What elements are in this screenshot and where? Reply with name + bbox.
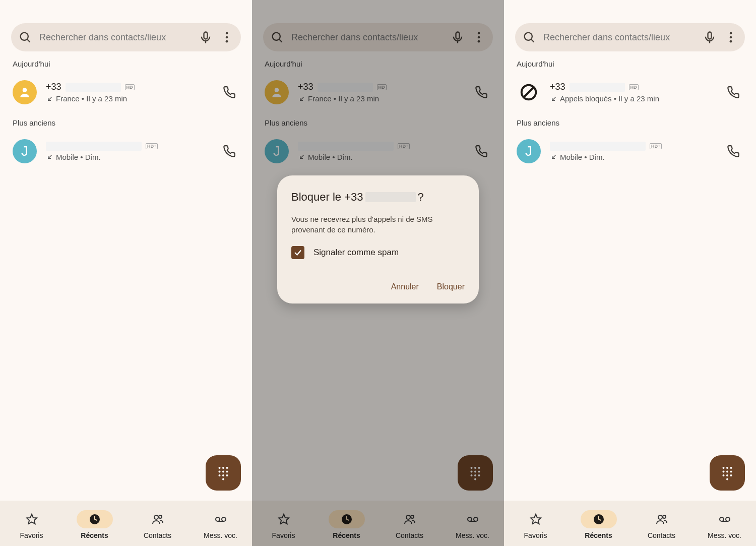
nav-recents[interactable]: Récents: [571, 510, 626, 539]
dialpad-fab[interactable]: [206, 455, 241, 491]
call-subtitle: Mobile • Dim.: [560, 153, 605, 161]
svg-point-40: [471, 471, 473, 473]
mic-icon[interactable]: [703, 30, 717, 44]
call-button[interactable]: [471, 82, 491, 102]
mic-icon[interactable]: [451, 30, 465, 44]
svg-point-66: [726, 467, 728, 469]
svg-point-11: [222, 467, 224, 469]
svg-point-27: [273, 33, 280, 40]
svg-rect-29: [456, 32, 460, 39]
dialog-body: Vous ne recevrez plus d'appels ni de SMS…: [291, 214, 465, 235]
blocked-icon[interactable]: [517, 80, 541, 104]
svg-point-25: [222, 517, 226, 521]
star-icon: [530, 513, 542, 525]
svg-point-71: [723, 474, 725, 476]
svg-point-74: [726, 478, 728, 480]
avatar-unknown[interactable]: [13, 80, 37, 104]
search-input[interactable]: [291, 32, 444, 43]
call-button[interactable]: [723, 141, 743, 161]
search-input[interactable]: [543, 32, 696, 43]
nav-contacts[interactable]: Contacts: [382, 510, 437, 539]
call-row[interactable]: +33 HD France • Il y a 23 min: [0, 75, 252, 109]
nav-label: Mess. voc.: [456, 531, 489, 539]
search-icon: [270, 30, 284, 44]
nav-label: Récents: [333, 531, 360, 539]
svg-line-8: [48, 97, 52, 100]
hd-badge: HD+: [650, 143, 662, 149]
call-button[interactable]: [471, 141, 491, 161]
clock-icon: [89, 513, 101, 525]
svg-point-0: [21, 33, 28, 40]
call-button[interactable]: [723, 82, 743, 102]
svg-marker-75: [531, 514, 541, 524]
call-row[interactable]: +33 HD Appels bloqués • Il y a 23 min: [504, 75, 756, 109]
svg-line-63: [552, 97, 556, 100]
call-number-prefix: +33: [550, 82, 565, 92]
call-info: HD+ Mobile • Dim.: [550, 142, 714, 161]
nav-recents[interactable]: Récents: [67, 510, 122, 539]
call-info: +33 HD Appels bloqués • Il y a 23 min: [550, 82, 714, 103]
incoming-icon: [298, 153, 306, 161]
nav-favorites[interactable]: Favoris: [4, 510, 59, 539]
redacted-number: [570, 83, 625, 92]
nav-contacts[interactable]: Contacts: [634, 510, 689, 539]
hd-badge: HD+: [146, 143, 158, 149]
nav-label: Contacts: [648, 531, 675, 539]
more-icon[interactable]: [472, 30, 486, 44]
nav-recents[interactable]: Récents: [319, 510, 374, 539]
redacted-number: [66, 83, 121, 92]
nav-label: Récents: [585, 531, 612, 539]
nav-label: Favoris: [272, 531, 295, 539]
call-row[interactable]: J HD+ Mobile • Dim.: [252, 134, 504, 168]
checkbox-checked-icon[interactable]: [291, 246, 304, 259]
call-button[interactable]: [219, 141, 239, 161]
mic-icon[interactable]: [199, 30, 213, 44]
nav-voicemail[interactable]: Mess. voc.: [193, 510, 248, 539]
contacts-icon: [404, 513, 416, 525]
topbar: [0, 0, 252, 59]
spam-checkbox-row[interactable]: Signaler comme spam: [291, 246, 465, 259]
block-button[interactable]: Bloquer: [437, 282, 465, 291]
section-older: Plus anciens: [252, 109, 504, 134]
call-row[interactable]: J HD+ Mobile • Dim.: [504, 134, 756, 168]
call-row[interactable]: J HD+ Mobile • Dim.: [0, 134, 252, 168]
avatar-letter[interactable]: J: [517, 139, 541, 163]
dialog-title: Bloquer le +33 ?: [291, 191, 465, 204]
search-bar[interactable]: [263, 23, 493, 51]
dialpad-fab[interactable]: [458, 455, 493, 491]
more-icon[interactable]: [724, 30, 738, 44]
dialpad-fab[interactable]: [710, 455, 745, 491]
avatar-unknown[interactable]: [265, 80, 289, 104]
call-button[interactable]: [219, 82, 239, 102]
svg-point-49: [406, 515, 410, 519]
nav-voicemail[interactable]: Mess. voc.: [697, 510, 752, 539]
nav-label: Mess. voc.: [708, 531, 741, 539]
call-number-prefix: +33: [46, 82, 61, 92]
search-bar[interactable]: [11, 23, 241, 51]
nav-favorites[interactable]: Favoris: [256, 510, 311, 539]
search-bar[interactable]: [515, 23, 745, 51]
more-icon[interactable]: [220, 30, 234, 44]
contacts-icon: [152, 513, 164, 525]
svg-point-72: [726, 474, 728, 476]
svg-point-65: [723, 467, 725, 469]
call-row[interactable]: +33 HD France • Il y a 23 min: [252, 75, 504, 109]
nav-voicemail[interactable]: Mess. voc.: [445, 510, 500, 539]
svg-point-32: [478, 36, 480, 39]
nav-contacts[interactable]: Contacts: [130, 510, 185, 539]
search-input[interactable]: [39, 32, 192, 43]
avatar-letter[interactable]: J: [265, 139, 289, 163]
svg-rect-2: [204, 32, 208, 39]
nav-favorites[interactable]: Favoris: [508, 510, 563, 539]
svg-point-43: [471, 474, 473, 476]
cancel-button[interactable]: Annuler: [391, 282, 419, 291]
svg-point-18: [226, 474, 228, 476]
svg-point-39: [478, 467, 480, 469]
svg-point-17: [222, 474, 224, 476]
call-info: HD+ Mobile • Dim.: [298, 142, 462, 161]
avatar-letter[interactable]: J: [13, 139, 37, 163]
voicemail-icon: [215, 513, 227, 525]
screen-recents-normal: Aujourd'hui +33 HD France • Il y a 23 mi…: [0, 0, 252, 546]
star-icon: [278, 513, 290, 525]
redacted-number: [318, 83, 373, 92]
